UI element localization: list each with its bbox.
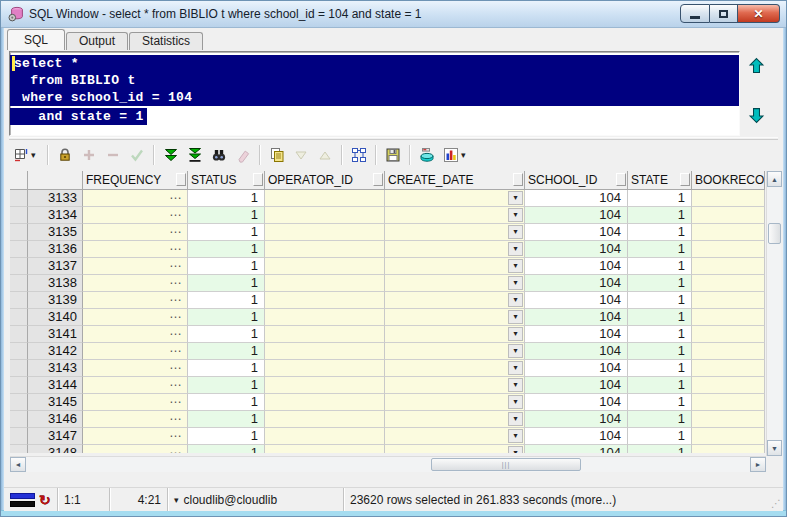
row-indicator-cell[interactable] xyxy=(10,207,28,224)
row-indicator-cell[interactable] xyxy=(10,292,28,309)
create-date-cell[interactable]: ▾ xyxy=(385,207,525,224)
sort-ascending-button[interactable] xyxy=(313,143,337,167)
date-dropdown-button[interactable]: ▾ xyxy=(508,293,523,307)
state-cell[interactable]: 1 xyxy=(628,190,692,207)
date-dropdown-button[interactable]: ▾ xyxy=(508,327,523,341)
row-number-cell[interactable]: 3141 xyxy=(28,326,83,343)
column-header-create-date[interactable]: CREATE_DATE xyxy=(385,171,525,190)
blob-ellipsis-button[interactable]: … xyxy=(169,190,183,203)
resize-grip-icon[interactable]: ⋰ xyxy=(771,499,781,509)
status-cell[interactable]: 1 xyxy=(188,343,265,360)
row-indicator-cell[interactable] xyxy=(10,377,28,394)
bookrecord-cell[interactable] xyxy=(692,224,765,241)
frequency-cell[interactable]: … xyxy=(83,428,188,445)
post-changes-button[interactable] xyxy=(125,143,149,167)
operator-id-cell[interactable] xyxy=(265,258,385,275)
session-selector[interactable]: ▾ cloudlib@cloudlib xyxy=(168,488,344,511)
date-dropdown-button[interactable]: ▾ xyxy=(508,446,523,453)
school-id-cell[interactable]: 104 xyxy=(525,258,628,275)
column-header-operator-id[interactable]: OPERATOR_ID xyxy=(265,171,385,190)
row-indicator-cell[interactable] xyxy=(10,428,28,445)
delete-record-button[interactable] xyxy=(101,143,125,167)
operator-id-cell[interactable] xyxy=(265,445,385,453)
blob-ellipsis-button[interactable]: … xyxy=(169,292,183,305)
status-cell[interactable]: 1 xyxy=(188,275,265,292)
blob-ellipsis-button[interactable]: … xyxy=(169,411,183,424)
frequency-cell[interactable]: … xyxy=(83,207,188,224)
blob-ellipsis-button[interactable]: … xyxy=(169,258,183,271)
bookrecord-cell[interactable] xyxy=(692,377,765,394)
frequency-cell[interactable]: … xyxy=(83,445,188,453)
row-number-cell[interactable]: 3137 xyxy=(28,258,83,275)
school-id-cell[interactable]: 104 xyxy=(525,309,628,326)
date-dropdown-button[interactable]: ▾ xyxy=(508,361,523,375)
next-sql-button[interactable] xyxy=(745,104,767,126)
column-header-frequency[interactable]: FREQUENCY xyxy=(83,171,188,190)
row-indicator-cell[interactable] xyxy=(10,445,28,453)
create-date-cell[interactable]: ▾ xyxy=(385,428,525,445)
status-cell[interactable]: 1 xyxy=(188,326,265,343)
column-sort-handle[interactable] xyxy=(176,173,186,186)
state-cell[interactable]: 1 xyxy=(628,428,692,445)
date-dropdown-button[interactable]: ▾ xyxy=(508,429,523,443)
create-date-cell[interactable]: ▾ xyxy=(385,224,525,241)
school-id-cell[interactable]: 104 xyxy=(525,360,628,377)
horizontal-scroll-thumb[interactable]: ||| xyxy=(431,458,581,471)
row-number-cell[interactable]: 3139 xyxy=(28,292,83,309)
blob-ellipsis-button[interactable]: … xyxy=(169,377,183,390)
frequency-cell[interactable]: … xyxy=(83,224,188,241)
find-button[interactable] xyxy=(207,143,231,167)
frequency-cell[interactable]: … xyxy=(83,275,188,292)
row-number-cell[interactable]: 3135 xyxy=(28,224,83,241)
state-cell[interactable]: 1 xyxy=(628,411,692,428)
horizontal-scrollbar[interactable]: ◄ ||| ► xyxy=(10,456,766,472)
bookrecord-cell[interactable] xyxy=(692,445,765,453)
operator-id-cell[interactable] xyxy=(265,224,385,241)
status-cell[interactable]: 1 xyxy=(188,377,265,394)
operator-id-cell[interactable] xyxy=(265,292,385,309)
operator-id-cell[interactable] xyxy=(265,275,385,292)
status-cell[interactable]: 1 xyxy=(188,292,265,309)
bookrecord-cell[interactable] xyxy=(692,411,765,428)
column-sort-handle[interactable] xyxy=(616,173,626,186)
state-cell[interactable]: 1 xyxy=(628,445,692,453)
scroll-down-button[interactable]: ▼ xyxy=(767,440,782,456)
row-number-cell[interactable]: 3138 xyxy=(28,275,83,292)
column-sort-handle[interactable] xyxy=(253,173,263,186)
blob-ellipsis-button[interactable]: … xyxy=(169,360,183,373)
date-dropdown-button[interactable]: ▾ xyxy=(508,276,523,290)
row-number-cell[interactable]: 3134 xyxy=(28,207,83,224)
school-id-cell[interactable]: 104 xyxy=(525,411,628,428)
school-id-cell[interactable]: 104 xyxy=(525,394,628,411)
school-id-cell[interactable]: 104 xyxy=(525,377,628,394)
bookrecord-cell[interactable] xyxy=(692,394,765,411)
create-date-cell[interactable]: ▾ xyxy=(385,394,525,411)
blob-ellipsis-button[interactable]: … xyxy=(169,445,183,453)
state-cell[interactable]: 1 xyxy=(628,326,692,343)
row-indicator-cell[interactable] xyxy=(10,241,28,258)
refresh-icon[interactable]: ↻ xyxy=(39,492,51,508)
state-cell[interactable]: 1 xyxy=(628,343,692,360)
blob-ellipsis-button[interactable]: … xyxy=(169,207,183,220)
blob-ellipsis-button[interactable]: … xyxy=(169,275,183,288)
date-dropdown-button[interactable]: ▾ xyxy=(508,395,523,409)
column-sort-handle[interactable] xyxy=(373,173,383,186)
fetch-next-page-button[interactable] xyxy=(159,143,183,167)
row-indicator-cell[interactable] xyxy=(10,224,28,241)
create-date-cell[interactable]: ▾ xyxy=(385,241,525,258)
create-date-cell[interactable]: ▾ xyxy=(385,275,525,292)
status-cell[interactable]: 1 xyxy=(188,411,265,428)
splitter[interactable] xyxy=(9,137,778,140)
state-cell[interactable]: 1 xyxy=(628,207,692,224)
state-cell[interactable]: 1 xyxy=(628,377,692,394)
vertical-scrollbar[interactable]: ▲ ▼ xyxy=(766,171,781,456)
previous-sql-button[interactable] xyxy=(745,54,767,76)
operator-id-cell[interactable] xyxy=(265,411,385,428)
sort-descending-button[interactable] xyxy=(289,143,313,167)
row-number-cell[interactable]: 3143 xyxy=(28,360,83,377)
school-id-cell[interactable]: 104 xyxy=(525,224,628,241)
bookrecord-cell[interactable] xyxy=(692,309,765,326)
status-cell[interactable]: 1 xyxy=(188,207,265,224)
column-header-status[interactable]: STATUS xyxy=(188,171,265,190)
blob-ellipsis-button[interactable]: … xyxy=(169,326,183,339)
